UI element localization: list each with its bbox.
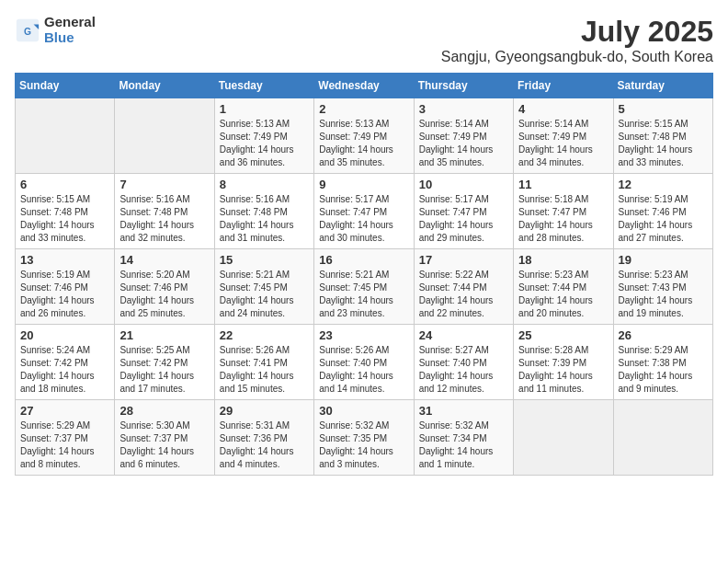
- calendar-cell: 26Sunrise: 5:29 AM Sunset: 7:38 PM Dayli…: [613, 325, 712, 400]
- calendar-cell: 29Sunrise: 5:31 AM Sunset: 7:36 PM Dayli…: [214, 400, 313, 476]
- day-number: 30: [319, 404, 408, 418]
- day-number: 21: [119, 328, 209, 342]
- calendar-cell: 13Sunrise: 5:19 AM Sunset: 7:46 PM Dayli…: [16, 249, 115, 325]
- logo-icon: G: [15, 17, 40, 43]
- svg-text:G: G: [24, 26, 31, 36]
- day-number: 13: [20, 253, 109, 267]
- cell-info: Sunrise: 5:22 AM Sunset: 7:44 PM Dayligh…: [419, 269, 508, 320]
- calendar-week-row: 13Sunrise: 5:19 AM Sunset: 7:46 PM Dayli…: [16, 249, 713, 325]
- logo-text-general: General: [44, 15, 96, 30]
- calendar-cell: 23Sunrise: 5:26 AM Sunset: 7:40 PM Dayli…: [314, 325, 414, 400]
- calendar-cell: [514, 400, 613, 476]
- calendar-cell: [115, 98, 214, 174]
- cell-info: Sunrise: 5:13 AM Sunset: 7:49 PM Dayligh…: [220, 118, 309, 169]
- day-number: 11: [518, 178, 608, 191]
- day-number: 23: [319, 328, 408, 342]
- cell-info: Sunrise: 5:30 AM Sunset: 7:37 PM Dayligh…: [119, 419, 209, 471]
- day-number: 29: [220, 404, 309, 418]
- day-number: 2: [319, 102, 408, 116]
- cell-info: Sunrise: 5:24 AM Sunset: 7:42 PM Dayligh…: [20, 344, 109, 396]
- calendar-week-row: 27Sunrise: 5:29 AM Sunset: 7:37 PM Dayli…: [16, 400, 713, 476]
- calendar-cell: 30Sunrise: 5:32 AM Sunset: 7:35 PM Dayli…: [314, 400, 414, 476]
- cell-info: Sunrise: 5:19 AM Sunset: 7:46 PM Dayligh…: [20, 269, 109, 320]
- cell-info: Sunrise: 5:14 AM Sunset: 7:49 PM Dayligh…: [419, 118, 508, 169]
- calendar-cell: 2Sunrise: 5:13 AM Sunset: 7:49 PM Daylig…: [314, 98, 414, 174]
- sub-title: Sangju, Gyeongsangbuk-do, South Korea: [441, 49, 713, 65]
- day-number: 1: [220, 102, 309, 116]
- header-day-saturday: Saturday: [613, 74, 712, 98]
- calendar-cell: 7Sunrise: 5:16 AM Sunset: 7:48 PM Daylig…: [115, 174, 214, 249]
- day-number: 3: [419, 102, 508, 116]
- cell-info: Sunrise: 5:23 AM Sunset: 7:43 PM Dayligh…: [619, 269, 708, 320]
- header-day-friday: Friday: [514, 74, 613, 98]
- calendar-week-row: 6Sunrise: 5:15 AM Sunset: 7:48 PM Daylig…: [16, 174, 713, 249]
- day-number: 27: [20, 404, 109, 418]
- day-number: 16: [319, 253, 408, 267]
- cell-info: Sunrise: 5:21 AM Sunset: 7:45 PM Dayligh…: [220, 269, 309, 320]
- day-number: 24: [419, 328, 508, 342]
- cell-info: Sunrise: 5:17 AM Sunset: 7:47 PM Dayligh…: [319, 193, 408, 245]
- calendar-cell: 11Sunrise: 5:18 AM Sunset: 7:47 PM Dayli…: [514, 174, 613, 249]
- calendar-cell: 20Sunrise: 5:24 AM Sunset: 7:42 PM Dayli…: [16, 325, 115, 400]
- header-day-sunday: Sunday: [16, 74, 115, 98]
- calendar-cell: 22Sunrise: 5:26 AM Sunset: 7:41 PM Dayli…: [214, 325, 313, 400]
- cell-info: Sunrise: 5:26 AM Sunset: 7:40 PM Dayligh…: [319, 344, 408, 396]
- day-number: 9: [319, 178, 408, 191]
- cell-info: Sunrise: 5:21 AM Sunset: 7:45 PM Dayligh…: [319, 269, 408, 320]
- calendar-cell: 5Sunrise: 5:15 AM Sunset: 7:48 PM Daylig…: [613, 98, 712, 174]
- calendar-cell: 9Sunrise: 5:17 AM Sunset: 7:47 PM Daylig…: [314, 174, 414, 249]
- day-number: 26: [619, 328, 708, 342]
- day-number: 6: [20, 178, 109, 191]
- calendar-cell: 8Sunrise: 5:16 AM Sunset: 7:48 PM Daylig…: [214, 174, 313, 249]
- cell-info: Sunrise: 5:29 AM Sunset: 7:37 PM Dayligh…: [20, 419, 109, 471]
- day-number: 28: [119, 404, 209, 418]
- day-number: 10: [419, 178, 508, 191]
- cell-info: Sunrise: 5:32 AM Sunset: 7:35 PM Dayligh…: [319, 419, 408, 471]
- cell-info: Sunrise: 5:20 AM Sunset: 7:46 PM Dayligh…: [119, 269, 209, 320]
- calendar-cell: 17Sunrise: 5:22 AM Sunset: 7:44 PM Dayli…: [414, 249, 513, 325]
- calendar-cell: 31Sunrise: 5:32 AM Sunset: 7:34 PM Dayli…: [414, 400, 513, 476]
- day-number: 31: [419, 404, 508, 418]
- calendar-week-row: 1Sunrise: 5:13 AM Sunset: 7:49 PM Daylig…: [16, 98, 713, 174]
- day-number: 19: [619, 253, 708, 267]
- cell-info: Sunrise: 5:31 AM Sunset: 7:36 PM Dayligh…: [220, 419, 309, 471]
- calendar-cell: [613, 400, 712, 476]
- cell-info: Sunrise: 5:25 AM Sunset: 7:42 PM Dayligh…: [119, 344, 209, 396]
- cell-info: Sunrise: 5:23 AM Sunset: 7:44 PM Dayligh…: [518, 269, 608, 320]
- calendar-cell: 19Sunrise: 5:23 AM Sunset: 7:43 PM Dayli…: [613, 249, 712, 325]
- cell-info: Sunrise: 5:15 AM Sunset: 7:48 PM Dayligh…: [20, 193, 109, 245]
- calendar-header-row: SundayMondayTuesdayWednesdayThursdayFrid…: [16, 74, 713, 98]
- day-number: 15: [220, 253, 309, 267]
- cell-info: Sunrise: 5:16 AM Sunset: 7:48 PM Dayligh…: [119, 193, 209, 245]
- calendar-cell: 24Sunrise: 5:27 AM Sunset: 7:40 PM Dayli…: [414, 325, 513, 400]
- day-number: 25: [518, 328, 608, 342]
- main-title: July 2025: [441, 15, 713, 49]
- calendar-cell: 28Sunrise: 5:30 AM Sunset: 7:37 PM Dayli…: [115, 400, 214, 476]
- logo-text-blue: Blue: [44, 30, 96, 46]
- calendar-cell: 25Sunrise: 5:28 AM Sunset: 7:39 PM Dayli…: [514, 325, 613, 400]
- calendar-cell: 10Sunrise: 5:17 AM Sunset: 7:47 PM Dayli…: [414, 174, 513, 249]
- calendar-week-row: 20Sunrise: 5:24 AM Sunset: 7:42 PM Dayli…: [16, 325, 713, 400]
- page-header: G General Blue July 2025 Sangju, Gyeongs…: [15, 15, 713, 65]
- cell-info: Sunrise: 5:19 AM Sunset: 7:46 PM Dayligh…: [619, 193, 708, 245]
- day-number: 20: [20, 328, 109, 342]
- cell-info: Sunrise: 5:29 AM Sunset: 7:38 PM Dayligh…: [619, 344, 708, 396]
- calendar-cell: 16Sunrise: 5:21 AM Sunset: 7:45 PM Dayli…: [314, 249, 414, 325]
- cell-info: Sunrise: 5:28 AM Sunset: 7:39 PM Dayligh…: [518, 344, 608, 396]
- day-number: 4: [518, 102, 608, 116]
- calendar-cell: 6Sunrise: 5:15 AM Sunset: 7:48 PM Daylig…: [16, 174, 115, 249]
- calendar-cell: 27Sunrise: 5:29 AM Sunset: 7:37 PM Dayli…: [16, 400, 115, 476]
- cell-info: Sunrise: 5:27 AM Sunset: 7:40 PM Dayligh…: [419, 344, 508, 396]
- header-day-monday: Monday: [115, 74, 214, 98]
- title-area: July 2025 Sangju, Gyeongsangbuk-do, Sout…: [441, 15, 713, 65]
- calendar-cell: 1Sunrise: 5:13 AM Sunset: 7:49 PM Daylig…: [214, 98, 313, 174]
- calendar-cell: 12Sunrise: 5:19 AM Sunset: 7:46 PM Dayli…: [613, 174, 712, 249]
- day-number: 14: [119, 253, 209, 267]
- calendar-table: SundayMondayTuesdayWednesdayThursdayFrid…: [15, 73, 713, 476]
- calendar-cell: 18Sunrise: 5:23 AM Sunset: 7:44 PM Dayli…: [514, 249, 613, 325]
- day-number: 12: [619, 178, 708, 191]
- day-number: 7: [119, 178, 209, 191]
- cell-info: Sunrise: 5:26 AM Sunset: 7:41 PM Dayligh…: [220, 344, 309, 396]
- calendar-cell: 4Sunrise: 5:14 AM Sunset: 7:49 PM Daylig…: [514, 98, 613, 174]
- header-day-thursday: Thursday: [414, 74, 513, 98]
